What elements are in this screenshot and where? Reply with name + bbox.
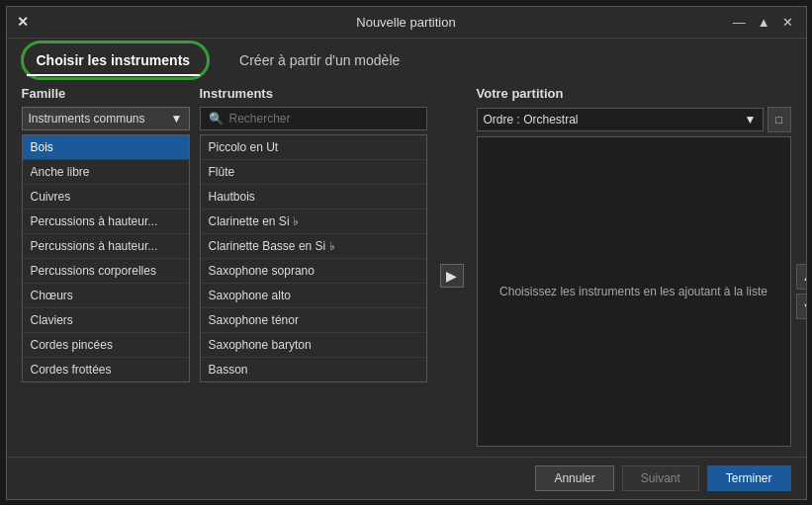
add-instrument-button[interactable]: ▶ <box>440 264 464 288</box>
famille-item-claviers[interactable]: Claviers <box>23 308 189 333</box>
partition-empty-text: Choisissez les instruments en les ajouta… <box>480 265 787 318</box>
instrument-sax-alto[interactable]: Saxophone alto <box>201 284 426 308</box>
famille-dropdown-arrow: ▼ <box>171 112 183 126</box>
dialog-title: Nouvelle partition <box>356 15 455 30</box>
dialog: ✕ Nouvelle partition — ▲ ✕ Choisir les i… <box>6 6 807 500</box>
partition-area: Choisissez les instruments en les ajouta… <box>477 136 791 447</box>
instrument-list: Piccolo en Ut Flûte Hautbois Clarinette … <box>200 134 427 382</box>
add-column: ▶ <box>437 86 467 447</box>
tab-instruments[interactable]: Choisir les instruments <box>27 46 201 76</box>
instrument-piccolo[interactable]: Piccolo en Ut <box>201 135 426 160</box>
famille-item-anche[interactable]: Anche libre <box>23 160 189 185</box>
ordre-label: Ordre : Orchestral <box>484 113 579 126</box>
famille-item-perc-h2[interactable]: Percussions à hauteur... <box>23 234 189 259</box>
famille-dropdown[interactable]: Instruments communs ▼ <box>22 107 190 130</box>
tabs-bar: Choisir les instruments Créer à partir d… <box>7 39 806 76</box>
search-icon: 🔍 <box>209 112 224 126</box>
famille-item-perc-corp[interactable]: Percussions corporelles <box>23 259 189 284</box>
terminer-button[interactable]: Terminer <box>707 465 791 491</box>
partition-move-up-button[interactable]: ▲ <box>796 264 806 290</box>
instrument-flute[interactable]: Flûte <box>201 160 426 185</box>
famille-column: Famille Instruments communs ▼ Bois Anche… <box>22 86 190 447</box>
minimize-button[interactable]: — <box>730 15 749 30</box>
instrument-sax-tenor[interactable]: Saxophone ténor <box>201 308 426 333</box>
partition-controls: Ordre : Orchestral ▼ □ <box>477 107 791 132</box>
maximize-button[interactable]: ▲ <box>755 15 773 30</box>
tab-modele[interactable]: Créer à partir d'un modèle <box>229 46 409 76</box>
partition-side-buttons: ▲ ▼ <box>796 264 806 319</box>
suivant-button[interactable]: Suivant <box>622 465 699 491</box>
famille-item-perc-h1[interactable]: Percussions à hauteur... <box>23 210 189 234</box>
annuler-button[interactable]: Annuler <box>535 465 613 491</box>
main-content: Famille Instruments communs ▼ Bois Anche… <box>7 76 806 457</box>
famille-item-cordes-frottees[interactable]: Cordes frottées <box>23 358 189 381</box>
ordre-arrow-icon: ▼ <box>745 113 757 126</box>
famille-item-cordes-pincees[interactable]: Cordes pincées <box>23 333 189 358</box>
tab-instruments-label: Choisir les instruments <box>37 52 191 68</box>
famille-header: Famille <box>22 86 190 101</box>
titlebar-controls: — ▲ ✕ <box>730 15 796 30</box>
titlebar: ✕ Nouvelle partition — ▲ ✕ <box>7 7 806 39</box>
partition-column: Votre partition Ordre : Orchestral ▼ □ C… <box>477 86 791 447</box>
instruments-header: Instruments <box>200 86 427 101</box>
instrument-clarinette-si[interactable]: Clarinette en Si ♭ <box>201 210 426 234</box>
instrument-basson[interactable]: Basson <box>201 358 426 381</box>
famille-item-bois[interactable]: Bois <box>23 135 189 160</box>
famille-item-choeurs[interactable]: Chœurs <box>23 284 189 308</box>
famille-list: Bois Anche libre Cuivres Percussions à h… <box>22 134 190 382</box>
close-button[interactable]: ✕ <box>779 15 796 30</box>
famille-item-cuivres[interactable]: Cuivres <box>23 185 189 210</box>
instruments-column: Instruments 🔍 Piccolo en Ut Flûte Hautbo… <box>200 86 427 447</box>
instrument-sax-soprano[interactable]: Saxophone soprano <box>201 259 426 284</box>
app-icon: ✕ <box>17 14 29 30</box>
footer: Annuler Suivant Terminer <box>7 457 806 499</box>
instrument-hautbois[interactable]: Hautbois <box>201 185 426 210</box>
famille-dropdown-label: Instruments communs <box>29 112 145 126</box>
instrument-clarinette-basse[interactable]: Clarinette Basse en Si ♭ <box>201 234 426 259</box>
tab-modele-label: Créer à partir d'un modèle <box>239 52 400 68</box>
search-box: 🔍 <box>200 107 427 130</box>
partition-move-down-button[interactable]: ▼ <box>796 294 806 319</box>
partition-extra-button[interactable]: □ <box>767 107 791 132</box>
search-input[interactable] <box>229 112 418 126</box>
partition-header: Votre partition <box>477 86 791 101</box>
instrument-sax-baryton[interactable]: Saxophone baryton <box>201 333 426 358</box>
ordre-dropdown[interactable]: Ordre : Orchestral ▼ <box>477 108 764 131</box>
